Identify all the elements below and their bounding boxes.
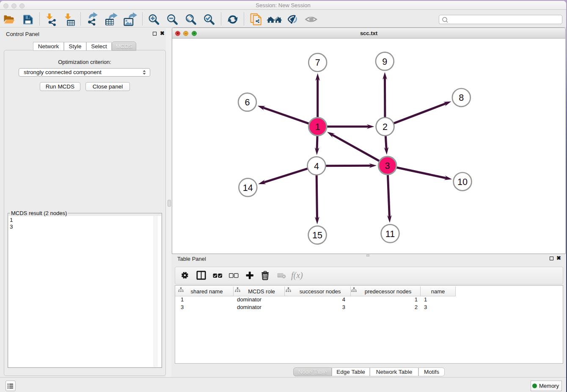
svg-text:7: 7: [315, 58, 320, 68]
svg-text:4: 4: [314, 161, 319, 171]
svg-text:3: 3: [385, 161, 390, 171]
svg-text:9: 9: [382, 57, 387, 67]
svg-text:14: 14: [243, 183, 253, 193]
svg-text:10: 10: [457, 177, 468, 187]
svg-text:1: 1: [315, 122, 320, 132]
svg-text:2: 2: [383, 122, 388, 132]
svg-text:8: 8: [459, 93, 464, 103]
svg-text:15: 15: [312, 230, 322, 240]
svg-text:11: 11: [385, 229, 395, 239]
svg-text:6: 6: [245, 97, 250, 108]
svg-text:f(x): f(x): [291, 271, 303, 280]
